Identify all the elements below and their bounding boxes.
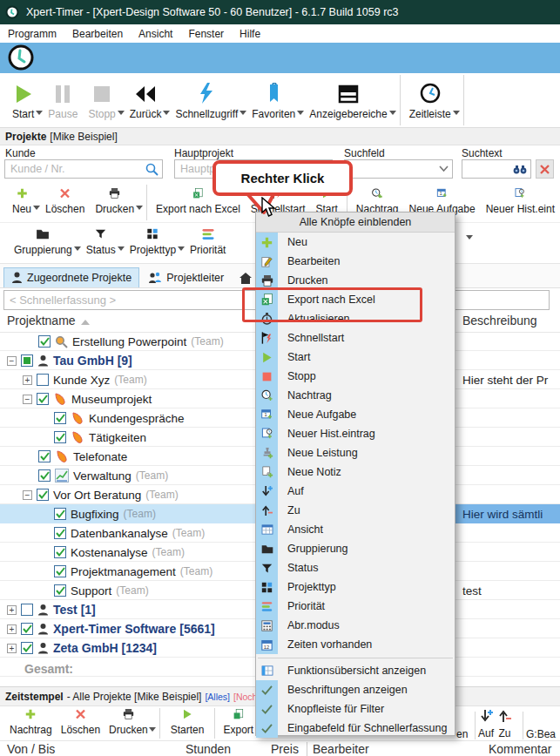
projekttyp-dropdown-arrow[interactable]: [178, 246, 185, 251]
neu-dropdown-arrow[interactable]: [33, 206, 40, 210]
column-projektname[interactable]: Projektname: [7, 314, 90, 327]
checkbox-checked[interactable]: [38, 335, 51, 348]
filter-badge-noch[interactable]: [Noch: [233, 692, 257, 702]
ctx-bearbeiten[interactable]: Bearbeiten: [256, 252, 455, 271]
ctx-gruppierung[interactable]: Gruppierung: [256, 539, 455, 558]
ctx-start[interactable]: Start: [256, 348, 455, 367]
zeitleiste-button[interactable]: Zeitleiste: [404, 73, 456, 127]
anzeigebereiche-dropdown-arrow[interactable]: [389, 111, 396, 115]
ctx-abrmodus[interactable]: Abr.modus: [256, 616, 455, 635]
filter-badge-alles[interactable]: [Alles]: [205, 692, 230, 702]
ctx-schnellstart[interactable]: Schnellstart: [256, 328, 455, 348]
ctx-neue-aufgabe[interactable]: 1Neue Aufgabe: [256, 405, 455, 424]
expand-icon[interactable]: +: [7, 624, 17, 634]
expand-icon[interactable]: +: [7, 644, 17, 653]
ts-drucken-button[interactable]: Drucken: [105, 706, 152, 740]
stopp-button[interactable]: Stopp: [83, 73, 120, 127]
kunde-input[interactable]: [9, 162, 145, 176]
checkbox-checked[interactable]: [54, 508, 66, 520]
loeschen-button[interactable]: Löschen: [40, 183, 90, 222]
checkbox-checked[interactable]: [54, 546, 66, 558]
menu-ansicht[interactable]: Ansicht: [131, 25, 180, 43]
checkbox-checked[interactable]: [54, 431, 66, 443]
favoriten-dropdown-arrow[interactable]: [297, 111, 304, 115]
ctx-beschriftungen[interactable]: Beschriftungen anzeigen: [256, 680, 455, 699]
checkbox-checked[interactable]: [54, 527, 66, 539]
start-dropdown-arrow[interactable]: [36, 111, 43, 115]
clear-search-button[interactable]: [536, 159, 554, 179]
menu-bearbeiten[interactable]: Bearbeiten: [64, 25, 131, 43]
ctx-ansicht[interactable]: Ansicht: [256, 520, 455, 539]
suchtext-input[interactable]: [466, 162, 513, 176]
ts-zu-button[interactable]: Zu: [496, 706, 514, 744]
ctx-neuer-hist[interactable]: Neuer Hist.eintrag: [256, 424, 455, 443]
ctx-status[interactable]: Status: [256, 558, 455, 577]
checkbox-partial[interactable]: [21, 354, 33, 367]
stopp-dropdown-arrow[interactable]: [118, 111, 125, 115]
status-dropdown-arrow[interactable]: [118, 246, 125, 251]
expand-icon[interactable]: +: [7, 605, 17, 615]
expand-icon[interactable]: +: [23, 375, 32, 385]
column-preis[interactable]: Preis: [271, 742, 299, 756]
anzeigebereiche-button[interactable]: Anzeigebereiche: [304, 73, 392, 127]
ctx-zu[interactable]: Zu: [256, 501, 455, 520]
menu-programm[interactable]: Programm: [0, 25, 64, 43]
neu-button[interactable]: Neu: [7, 183, 37, 222]
tab-zugeordnete-projekte[interactable]: Zugeordnete Projekte: [3, 267, 139, 287]
ts-export-button[interactable]: Export: [219, 706, 258, 740]
ctx-neue-notiz[interactable]: Neue Notiz: [256, 462, 455, 482]
column-stunden[interactable]: Stunden: [186, 742, 231, 756]
ctx-neu[interactable]: Neu: [256, 233, 455, 252]
kunde-search-field[interactable]: [4, 159, 163, 179]
schnellzugriff-button[interactable]: Schnellzugriff: [170, 73, 243, 127]
schnellzugriff-dropdown-arrow[interactable]: [240, 111, 246, 115]
zeitleiste-dropdown-arrow[interactable]: [453, 111, 460, 115]
gruppierung-dropdown-arrow[interactable]: [74, 246, 81, 251]
checkbox-unchecked[interactable]: [37, 374, 49, 386]
checkbox-checked[interactable]: [54, 412, 66, 424]
ctx-nachtrag[interactable]: Nachtrag: [256, 386, 455, 405]
suchfeld-dropdown[interactable]: [344, 159, 453, 179]
pause-button[interactable]: Pause: [43, 73, 83, 127]
search-icon[interactable]: [145, 163, 159, 176]
ts-starten-button[interactable]: Starten: [164, 706, 212, 740]
ctx-projekttyp[interactable]: Projekttyp: [256, 577, 455, 597]
column-kommentar[interactable]: Kommentar: [489, 742, 551, 756]
hidden-button-dropdown-arrow[interactable]: [466, 235, 473, 240]
projekttyp-button[interactable]: Projekttyp: [125, 223, 181, 263]
checkbox-checked[interactable]: [37, 489, 49, 501]
drucken-button[interactable]: Drucken: [90, 183, 139, 222]
tab-projektleiter[interactable]: Projektleiter: [141, 268, 231, 287]
checkbox-checked[interactable]: [54, 565, 66, 577]
ts-nachtrag-button[interactable]: Nachtrag: [5, 706, 57, 740]
drucken-dropdown-arrow[interactable]: [136, 206, 143, 210]
column-bearbeiter[interactable]: Bearbeiter: [307, 742, 369, 756]
ctx-stopp[interactable]: Stopp: [256, 367, 455, 386]
ctx-auf[interactable]: Auf: [256, 482, 455, 501]
neuer-hist-button[interactable]: Neuer Hist.eint: [481, 183, 560, 222]
ctx-prioritaet[interactable]: Priorität: [256, 597, 455, 616]
column-beschreibung[interactable]: Beschreibung: [462, 314, 537, 327]
checkbox-checked[interactable]: [54, 584, 66, 597]
collapse-icon[interactable]: −: [23, 395, 32, 404]
collapse-icon[interactable]: −: [23, 490, 32, 500]
favoriten-button[interactable]: Favoriten: [246, 73, 300, 127]
ts-auf-button[interactable]: Auf: [476, 706, 496, 744]
checkbox-unchecked[interactable]: [21, 604, 33, 616]
ctx-eingabefeld[interactable]: Eingabefeld für Schnellerfassung: [256, 719, 455, 738]
checkbox-checked[interactable]: [21, 623, 33, 635]
ctx-neue-leistung[interactable]: Neue Leistung: [256, 443, 455, 462]
status-button[interactable]: Status: [81, 223, 121, 263]
ctx-zeiten-vorhanden[interactable]: 12Zeiten vorhanden: [256, 635, 455, 654]
ctx-funktionsuebersicht[interactable]: Funktionsübersicht anzeigen: [256, 661, 455, 680]
ts-drucken-dropdown-arrow[interactable]: [149, 727, 156, 732]
menu-fenster[interactable]: Fenster: [180, 25, 232, 43]
zurueck-button[interactable]: Zurück: [125, 73, 167, 127]
ts-loeschen-button[interactable]: Löschen: [57, 706, 105, 740]
checkbox-checked[interactable]: [38, 450, 51, 462]
checkbox-checked[interactable]: [21, 642, 33, 654]
collapse-icon[interactable]: −: [7, 356, 17, 366]
column-von-bis[interactable]: Von / Bis: [7, 742, 55, 756]
zurueck-dropdown-arrow[interactable]: [163, 111, 170, 115]
suchtext-field[interactable]: [462, 159, 531, 179]
